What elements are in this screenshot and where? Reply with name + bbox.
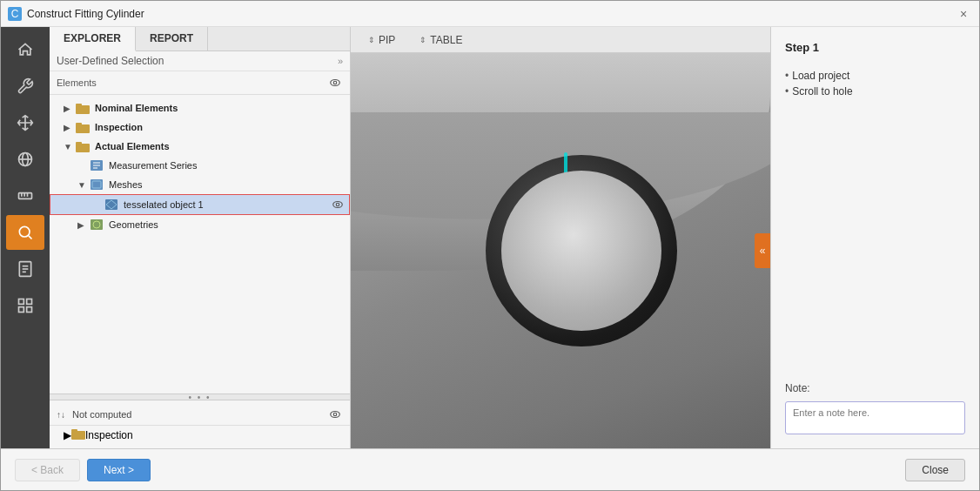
bottom-inspection-arrow[interactable]: ▶ [64,429,71,441]
svg-rect-31 [105,199,117,210]
bottom-inspection-folder-icon [71,428,85,442]
measurement-icon [90,159,105,172]
tesselated-label: tesselated object 1 [124,199,330,210]
back-button[interactable]: < Back [15,459,80,481]
step-text-2: Scroll to hole [792,85,852,98]
viewport-tabs: PIP TABLE [351,27,770,53]
svg-rect-22 [76,123,82,125]
svg-rect-20 [76,104,82,106]
panel-divider[interactable]: • • • [50,393,350,400]
svg-rect-16 [27,307,32,313]
sidebar-wrench-icon[interactable] [6,69,44,104]
note-input[interactable] [785,401,965,434]
meshes-icon [90,178,105,191]
inspection-label: Inspection [95,122,350,132]
nominal-arrow[interactable]: ▶ [64,104,76,113]
bottom-visibility-toggle[interactable] [327,407,343,422]
sidebar-report-icon[interactable] [6,252,44,286]
sidebar-globe-icon[interactable] [6,142,44,177]
sidebar-search-icon[interactable] [6,215,44,250]
hole-outer [486,155,677,346]
right-panel: Step 1 • Load project • Scroll to hole N… [770,27,979,448]
not-computed-label: Not computed [72,409,327,420]
tab-table[interactable]: TABLE [409,30,473,50]
viewport-collapse-button[interactable]: « [755,233,770,268]
meshes-arrow[interactable]: ▼ [77,180,90,190]
svg-rect-24 [76,142,82,145]
tab-explorer[interactable]: EXPLORER [50,27,136,51]
sort-icon[interactable]: ↑↓ [57,410,65,420]
svg-rect-39 [71,431,85,440]
actual-arrow[interactable]: ▼ [64,142,76,151]
bottom-bar: < Back Next > Close [1,448,979,490]
geometries-label: Geometries [109,219,350,230]
svg-point-18 [333,81,337,84]
bullet-2: • [785,85,789,98]
tree-item-geometries[interactable]: ▶ Geometries [50,215,350,234]
cylinder-hole [486,155,677,346]
explorer-tabs: EXPLORER REPORT [50,27,350,51]
svg-point-17 [331,80,340,86]
nominal-elements-label: Nominal Elements [95,103,350,113]
measurement-series-label: Measurement Series [109,160,350,171]
next-button[interactable]: Next > [87,459,151,481]
tab-report[interactable]: REPORT [136,27,208,50]
geometries-arrow[interactable]: ▶ [77,220,90,230]
user-defined-label: User-Defined Selection [57,55,164,67]
viewport-3d[interactable]: « [351,53,770,448]
sidebar-move-icon[interactable] [6,105,44,140]
tree-area: ▶ Nominal Elements ▶ Inspection [50,95,350,393]
pip-tab-label: PIP [379,34,395,46]
inspection-arrow[interactable]: ▶ [64,123,76,132]
bottom-panel: ↑↓ Not computed ▶ Inspection [50,400,350,448]
step-item-2: • Scroll to hole [785,84,965,99]
viewport-container: PIP TABLE « [351,27,770,448]
icon-sidebar [1,27,50,448]
svg-rect-40 [71,429,77,432]
svg-point-7 [19,226,30,237]
svg-rect-13 [19,299,24,305]
svg-rect-15 [19,307,24,313]
table-tab-label: TABLE [430,34,462,46]
actual-folder-icon [76,140,91,152]
app-icon: C [8,7,22,21]
main-content: EXPLORER REPORT User-Defined Selection »… [1,27,979,448]
svg-rect-19 [76,105,90,114]
close-button[interactable]: × [955,5,972,23]
window-title: Construct Fitting Cylinder [27,8,950,20]
step-title: Step 1 [785,41,965,54]
sidebar-grid-icon[interactable] [6,288,44,323]
explorer-panel: EXPLORER REPORT User-Defined Selection »… [50,27,351,448]
inspection-folder-icon [76,121,91,133]
svg-rect-14 [27,299,32,305]
note-label: Note: [785,382,965,394]
svg-rect-23 [76,144,90,152]
collapse-double-arrow[interactable]: » [338,56,343,66]
nominal-folder-icon [76,102,91,114]
tree-item-inspection[interactable]: ▶ Inspection [50,118,350,137]
tree-item-tesselated[interactable]: ▶ tesselated object 1 [50,194,350,215]
svg-point-34 [336,203,339,206]
tab-pip[interactable]: PIP [358,30,406,50]
svg-point-38 [333,413,337,416]
tree-item-nominal-elements[interactable]: ▶ Nominal Elements [50,98,350,118]
sidebar-ruler-icon[interactable] [6,178,44,213]
elements-visibility-toggle[interactable] [327,75,343,91]
tree-item-actual-elements[interactable]: ▼ Actual Elements [50,137,350,156]
elements-label: Elements [57,77,327,88]
actual-elements-label: Actual Elements [95,141,350,151]
bottom-panel-header: ↑↓ Not computed [50,404,350,426]
geometries-icon [90,219,105,231]
close-dialog-button[interactable]: Close [905,459,965,481]
hole-inner [501,171,661,331]
bottom-tree-inspection[interactable]: ▶ Inspection [50,426,350,445]
tree-item-measurement-series[interactable]: ▶ Measurement Series [50,156,350,175]
tree-item-meshes[interactable]: ▼ Meshes [50,175,350,194]
sidebar-home-icon[interactable] [6,32,44,67]
bullet-1: • [785,70,789,82]
titlebar: C Construct Fitting Cylinder × [1,1,979,27]
tesselated-visibility-icon[interactable] [330,197,346,212]
svg-point-33 [333,202,343,208]
elements-header-row: Elements [50,71,350,95]
step-text-1: Load project [792,70,849,82]
